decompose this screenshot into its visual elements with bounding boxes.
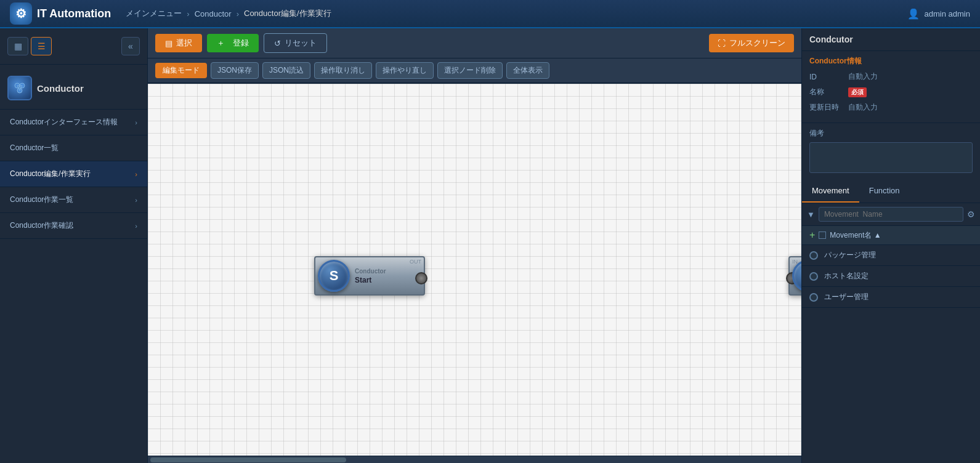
register-button[interactable]: ＋ 登録 <box>207 34 259 52</box>
sidebar-item-interface-label: Conductorインターフェース情報 <box>10 117 118 127</box>
add-movement-button[interactable]: + <box>809 230 815 241</box>
start-node-label: Conductor <box>355 268 419 275</box>
sidebar-item-work-list-label: Conductor作業一覧 <box>10 195 73 205</box>
right-panel: Condcutor Conductor情報 ID 自動入力 名称 必須 更新日時… <box>801 28 980 463</box>
app-logo: ⚙ IT Automation <box>10 2 111 25</box>
id-row: ID 自動入力 <box>809 71 973 82</box>
show-all-button[interactable]: 全体表示 <box>506 62 549 79</box>
tab-grid[interactable]: ▦ <box>7 37 28 55</box>
settings-icon[interactable]: ⚙ <box>967 209 975 219</box>
sidebar-header: ▦ ☰ « <box>0 28 147 65</box>
json-load-button[interactable]: JSON読込 <box>262 62 310 79</box>
start-node-out-connector[interactable] <box>415 272 427 284</box>
json-save-button[interactable]: JSON保存 <box>211 62 259 79</box>
tab-list[interactable]: ☰ <box>31 37 52 55</box>
updated-label: 更新日時 <box>809 102 843 113</box>
main-layout: ▦ ☰ « Conductor Conductorインターフェース情報 <box>0 28 980 463</box>
end-node[interactable]: IN E Conductor End <box>788 256 801 296</box>
sidebar-item-work-list[interactable]: Conductor作業一覧 › <box>0 187 147 213</box>
select-label: 選択 <box>176 38 192 49</box>
logo-icon: ⚙ <box>10 2 32 25</box>
start-node-name: Start <box>355 276 419 284</box>
reset-button[interactable]: ↺ リセット <box>264 33 327 53</box>
out-connector-label: OUT <box>410 259 421 265</box>
sidebar-item-interface[interactable]: Conductorインターフェース情報 › <box>0 110 147 135</box>
sidebar-item-edit[interactable]: Conductor編集/作業実行 › <box>0 161 147 187</box>
reset-icon: ↺ <box>274 39 281 48</box>
start-node[interactable]: S Conductor Start OUT <box>314 256 425 296</box>
breadcrumb: メインメニュー › Conductor › Conductor編集/作業実行 <box>126 8 331 19</box>
sidebar-item-list-label: Conductor一覧 <box>10 143 59 153</box>
sort-indicator <box>819 232 826 239</box>
bottom-scrollbar[interactable] <box>148 456 801 463</box>
chevron-right-icon: › <box>135 119 137 126</box>
movement-search-input[interactable] <box>819 207 963 222</box>
delete-node-label: 選択ノード削除 <box>444 66 496 74</box>
edit-mode-label: 編集モード <box>163 66 200 74</box>
select-icon: ▤ <box>165 39 172 48</box>
conductor-info-title: Conductor情報 <box>809 56 973 66</box>
movement-radio-0[interactable] <box>809 251 818 260</box>
updated-row: 更新日時 自動入力 <box>809 102 973 113</box>
top-nav: ⚙ IT Automation メインメニュー › Conductor › Co… <box>0 0 980 28</box>
sidebar: ▦ ☰ « Conductor Conductorインターフェース情報 <box>0 28 148 463</box>
breadcrumb-module[interactable]: Conductor <box>195 9 232 18</box>
sidebar-item-edit-label: Conductor編集/作業実行 <box>10 169 91 179</box>
user-name: admin admin <box>925 9 970 18</box>
notes-section: 備考 <box>802 123 980 180</box>
movement-list-header: + Movement名 ▲ <box>802 226 980 245</box>
canvas-area[interactable]: S Conductor Start OUT IN E <box>148 84 801 456</box>
sub-toolbar: 編集モード JSON保存 JSON読込 操作取り消し 操作やり直し 選択ノード削… <box>148 58 801 84</box>
edit-mode-button[interactable]: 編集モード <box>155 63 207 78</box>
breadcrumb-page: Conductor編集/作業実行 <box>244 8 331 19</box>
redo-button[interactable]: 操作やり直し <box>376 62 434 79</box>
scrollbar-thumb[interactable] <box>150 457 346 462</box>
movement-panel: ▼ ⚙ + Movement名 ▲ パッケージ管理 ホスト名設定 <box>802 203 980 463</box>
sidebar-tabs: ▦ ☰ <box>7 37 52 55</box>
id-value: 自動入力 <box>848 71 973 82</box>
sidebar-item-list[interactable]: Conductor一覧 <box>0 135 147 161</box>
sidebar-item-work-confirm[interactable]: Conductor作業確認 › <box>0 213 147 239</box>
fullscreen-icon: ⛶ <box>718 39 726 48</box>
select-button[interactable]: ▤ 選択 <box>155 34 202 52</box>
chevron-right-active-icon: › <box>135 171 137 178</box>
tab-movement[interactable]: Movement <box>802 180 859 203</box>
redo-label: 操作やり直し <box>383 66 427 74</box>
register-label: ＋ 登録 <box>217 38 249 49</box>
end-node-body: IN E Conductor End <box>788 256 801 296</box>
id-label: ID <box>809 73 843 81</box>
notes-textarea[interactable] <box>809 142 973 173</box>
user-icon: 👤 <box>907 8 920 20</box>
updated-value: 自動入力 <box>848 102 973 113</box>
breadcrumb-home[interactable]: メインメニュー <box>126 8 182 19</box>
required-badge: 必須 <box>848 87 867 97</box>
sidebar-item-work-confirm-label: Conductor作業確認 <box>10 220 73 231</box>
movement-name-1: ホスト名設定 <box>824 271 869 281</box>
start-node-body: S Conductor Start OUT <box>314 256 425 296</box>
sidebar-menu: Conductorインターフェース情報 › Conductor一覧 Conduc… <box>0 110 147 463</box>
movement-radio-2[interactable] <box>809 293 818 302</box>
movement-item-2[interactable]: ユーザー管理 <box>802 287 980 308</box>
chevron-right-icon-3: › <box>135 222 137 230</box>
movement-list: パッケージ管理 ホスト名設定 ユーザー管理 <box>802 245 980 463</box>
start-node-info: Conductor Start <box>350 265 424 287</box>
reset-label: リセット <box>285 38 317 49</box>
conductor-info-section: Conductor情報 ID 自動入力 名称 必須 更新日時 自動入力 <box>802 51 980 123</box>
fullscreen-button[interactable]: ⛶ フルスクリーン <box>709 34 794 52</box>
conductor-icon <box>7 76 32 100</box>
undo-button[interactable]: 操作取り消し <box>314 62 372 79</box>
json-save-label: JSON保存 <box>217 66 252 74</box>
movement-radio-1[interactable] <box>809 272 818 281</box>
movement-item-1[interactable]: ホスト名設定 <box>802 266 980 287</box>
delete-node-button[interactable]: 選択ノード削除 <box>437 62 503 79</box>
tab-movement-label: Movement <box>812 186 849 195</box>
movement-name-0: パッケージ管理 <box>824 250 876 260</box>
main-toolbar: ▤ 選択 ＋ 登録 ↺ リセット ⛶ フルスクリーン <box>148 28 801 58</box>
tab-function[interactable]: Function <box>859 180 910 203</box>
sidebar-collapse-button[interactable]: « <box>121 37 140 55</box>
sidebar-conductor-title: Conductor <box>37 83 84 94</box>
movement-sort-label[interactable]: Movement名 ▲ <box>830 230 881 241</box>
tab-function-label: Function <box>869 186 900 195</box>
movement-item-0[interactable]: パッケージ管理 <box>802 245 980 266</box>
content-area: ▤ 選択 ＋ 登録 ↺ リセット ⛶ フルスクリーン 編集モード JSON保存 <box>148 28 801 463</box>
